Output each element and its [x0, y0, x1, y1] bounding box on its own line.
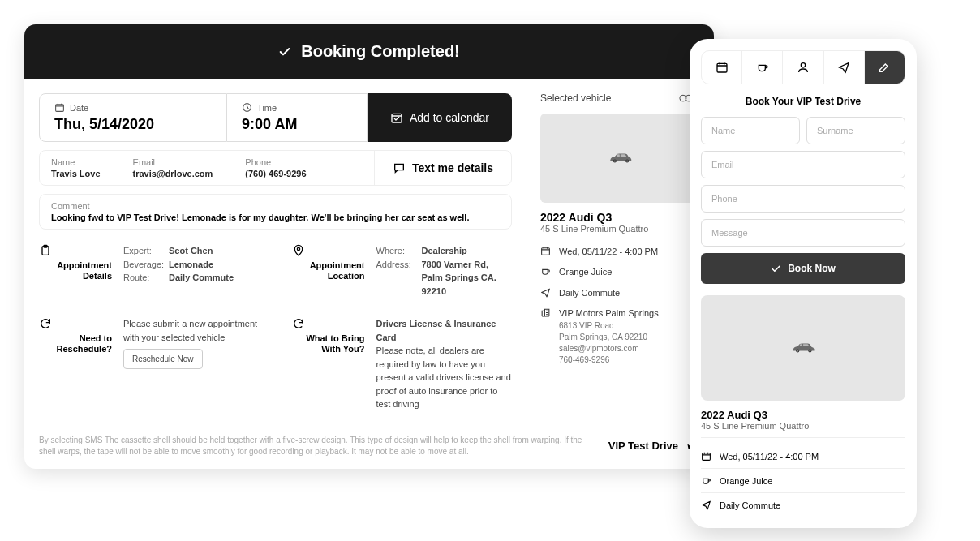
tab-user[interactable]	[783, 51, 823, 84]
disclaimer-text: By selecting SMS The cassette shell shou…	[39, 435, 592, 457]
building-icon	[540, 307, 551, 318]
vehicle-image	[540, 114, 701, 203]
phone-input[interactable]: Phone	[701, 185, 905, 213]
calendar-icon	[716, 61, 729, 74]
send-icon	[701, 500, 711, 510]
appointment-location: Appointment Location WhereDealership Add…	[292, 244, 513, 298]
booking-confirmation-card: Booking Completed! Date Thu, 5/14/2020 T…	[24, 24, 714, 469]
vehicle-name: 2022 Audi Q3	[540, 211, 701, 224]
banner: Booking Completed!	[24, 24, 714, 79]
calendar-icon	[54, 102, 65, 113]
date-box: Date Thu, 5/14/2020	[39, 93, 227, 142]
customer-name: NameTravis Love	[51, 157, 101, 178]
clock-icon	[242, 102, 252, 113]
footer: By selecting SMS The cassette shell shou…	[24, 423, 714, 469]
add-to-calendar-button[interactable]: Add to calendar	[368, 93, 512, 142]
reschedule-block: Need to Reschedule? Please submit a new …	[39, 317, 260, 411]
send-icon	[540, 287, 551, 298]
check-icon	[278, 45, 291, 58]
appointment-details: Appointment Details ExpertScot Chen Beve…	[39, 244, 260, 298]
datetime-row: Date Thu, 5/14/2020 Time 9:00 AM Add to …	[39, 93, 512, 142]
detail-grid: Appointment Details ExpertScot Chen Beve…	[39, 244, 512, 411]
message-input[interactable]: Message	[701, 219, 905, 247]
pin-icon	[292, 244, 305, 257]
tab-edit[interactable]	[865, 51, 905, 84]
refresh-icon	[292, 317, 305, 330]
book-now-button[interactable]: Book Now	[701, 253, 905, 284]
vehicle-panel: Selected vehicle ○○○○ 2022 Audi Q3 45 S …	[527, 79, 714, 423]
email-input[interactable]: Email	[701, 151, 905, 178]
vehicle-trim: 45 S Line Premium Quattro	[540, 224, 701, 234]
selected-vehicle-label: Selected vehicle	[540, 92, 611, 104]
cup-icon	[756, 61, 769, 74]
clipboard-icon	[39, 244, 52, 257]
mobile-booking-card: Book Your VIP Test Drive Name Surname Em…	[690, 39, 917, 528]
tab-calendar[interactable]	[702, 51, 742, 84]
send-icon	[837, 61, 850, 74]
customer-info-row: NameTravis Love Emailtravis@drlove.com P…	[39, 150, 512, 186]
customer-email: Emailtravis@drlove.com	[133, 157, 213, 178]
calendar-icon	[701, 451, 711, 462]
user-icon	[797, 61, 810, 74]
time-box: Time 9:00 AM	[227, 93, 368, 142]
reschedule-button[interactable]: Reschedule Now	[123, 349, 203, 369]
tab-route[interactable]	[824, 51, 865, 84]
refresh-icon	[39, 317, 52, 330]
pen-icon	[878, 61, 891, 74]
calendar-icon	[540, 246, 551, 256]
check-icon	[771, 264, 781, 274]
message-icon	[393, 161, 406, 174]
left-column: Date Thu, 5/14/2020 Time 9:00 AM Add to …	[24, 79, 527, 423]
mobile-tabs	[701, 50, 905, 84]
mobile-vehicle-image	[701, 295, 905, 401]
comment-box: Comment Looking fwd to VIP Test Drive! L…	[39, 194, 512, 230]
mobile-vehicle-trim: 45 S Line Premium Quattro	[701, 421, 905, 438]
tab-beverage[interactable]	[742, 51, 783, 84]
cup-icon	[701, 475, 711, 486]
mobile-title: Book Your VIP Test Drive	[701, 96, 905, 107]
name-input[interactable]: Name	[701, 117, 800, 144]
surname-input[interactable]: Surname	[806, 117, 905, 144]
banner-text: Booking Completed!	[301, 42, 460, 61]
date-value: Thu, 5/14/2020	[54, 116, 154, 133]
content-row: Date Thu, 5/14/2020 Time 9:00 AM Add to …	[24, 79, 714, 423]
customer-phone: Phone(760) 469-9296	[245, 157, 306, 178]
text-me-details-button[interactable]: Text me details	[374, 151, 511, 185]
cup-icon	[540, 266, 551, 277]
calendar-check-icon	[390, 111, 403, 124]
mobile-vehicle-name: 2022 Audi Q3	[701, 409, 905, 421]
time-value: 9:00 AM	[242, 116, 297, 133]
footer-brand: VIP Test Drive	[608, 440, 699, 453]
what-to-bring: What to Bring With You? Drivers License …	[292, 317, 513, 411]
